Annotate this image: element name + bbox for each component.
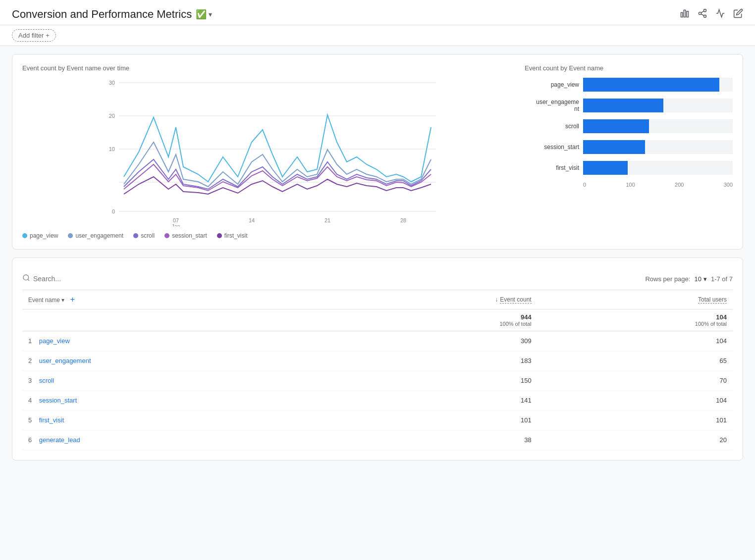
table-row: 5 first_visit 101 101 <box>22 410 733 430</box>
cell-row-num: 2 user_engagement <box>22 351 342 371</box>
check-circle-icon: ✅ <box>196 9 207 20</box>
row-number: 3 <box>28 377 32 384</box>
legend-label-first-visit: first_visit <box>224 232 248 239</box>
event-name-link[interactable]: scroll <box>39 377 54 384</box>
bar-row-first-visit: first_visit <box>530 161 733 175</box>
cell-event-count: 183 <box>342 351 537 371</box>
bar-chart-icon[interactable] <box>680 8 690 21</box>
table-toolbar: Rows per page: 10 ▾ 1-7 of 7 <box>22 268 733 290</box>
bar-track-scroll <box>583 119 733 133</box>
legend-item-page-view: page_view <box>22 232 58 239</box>
search-input[interactable] <box>33 275 641 283</box>
table-row: 1 page_view 309 104 <box>22 331 733 351</box>
table-row: 3 scroll 150 70 <box>22 371 733 391</box>
legend-label-page-view: page_view <box>30 232 58 239</box>
bar-fill-user-engagement <box>583 99 663 112</box>
sort-down-icon: ↓ <box>495 296 498 303</box>
cell-row-num: 4 session_start <box>22 391 342 410</box>
svg-line-23 <box>28 279 29 281</box>
insights-icon[interactable] <box>715 8 725 21</box>
cell-event-count: 101 <box>342 410 537 430</box>
data-table: Event name ▾ + ↓ Event count Total users <box>22 290 733 450</box>
search-box <box>22 274 641 284</box>
table-body: 1 page_view 309 104 2 user_engagement 18… <box>22 331 733 450</box>
bar-label-page-view: page_view <box>530 81 579 88</box>
svg-text:10: 10 <box>109 146 115 152</box>
svg-text:0: 0 <box>112 208 115 214</box>
event-name-link[interactable]: generate_lead <box>39 436 80 444</box>
svg-text:20: 20 <box>109 113 115 119</box>
cell-row-num: 3 scroll <box>22 371 342 391</box>
bar-row-scroll: scroll <box>530 119 733 133</box>
filter-bar: Add filter + <box>0 25 755 46</box>
bar-track-session-start <box>583 140 733 154</box>
bar-fill-first-visit <box>583 161 628 175</box>
rows-per-page-value: 10 <box>694 275 701 283</box>
totals-total-users: 104 100% of total <box>538 309 733 331</box>
svg-point-3 <box>704 9 706 11</box>
edit-icon[interactable] <box>733 8 743 21</box>
event-name-link[interactable]: user_engagement <box>39 357 91 364</box>
col-header-total-users-inner: Total users <box>543 296 727 304</box>
add-filter-label: Add filter <box>18 32 44 39</box>
add-filter-plus-icon: + <box>46 32 50 39</box>
svg-point-5 <box>704 15 706 17</box>
axis-300: 300 <box>724 182 733 188</box>
cell-total-users: 65 <box>538 351 733 371</box>
table-row: 4 session_start 141 104 <box>22 391 733 410</box>
table-header-row: Event name ▾ + ↓ Event count Total users <box>22 290 733 309</box>
add-filter-button[interactable]: Add filter + <box>12 29 56 42</box>
legend-dot-first-visit <box>217 233 222 238</box>
totals-event-count-sub: 100% of total <box>348 321 531 327</box>
col-header-event-name-dropdown[interactable]: ▾ <box>61 297 64 304</box>
rows-per-page-select[interactable]: 10 ▾ <box>694 275 706 283</box>
event-name-link[interactable]: session_start <box>39 397 77 404</box>
svg-rect-0 <box>681 12 683 17</box>
legend-dot-session-start <box>164 233 169 238</box>
header: Conversion and Performance Metrics ✅ ▾ <box>0 0 755 25</box>
cell-total-users: 104 <box>538 331 733 351</box>
svg-text:14: 14 <box>249 217 255 223</box>
svg-text:28: 28 <box>400 217 406 223</box>
search-icon <box>22 274 30 284</box>
title-badge: ✅ ▾ <box>196 9 212 20</box>
event-name-link[interactable]: page_view <box>39 337 70 345</box>
table-card: Rows per page: 10 ▾ 1-7 of 7 Event name … <box>12 257 743 460</box>
legend-item-first-visit: first_visit <box>217 232 248 239</box>
event-name-link[interactable]: first_visit <box>39 416 64 424</box>
cell-row-num: 1 page_view <box>22 331 342 351</box>
totals-row: 944 100% of total 104 100% of total <box>22 309 733 331</box>
cell-total-users: 101 <box>538 410 733 430</box>
totals-event-count: 944 100% of total <box>342 309 537 331</box>
svg-text:21: 21 <box>324 217 330 223</box>
bar-fill-session-start <box>583 140 645 154</box>
share-icon[interactable] <box>698 8 707 21</box>
bar-track-page-view <box>583 78 733 92</box>
header-icons <box>680 8 743 21</box>
cell-row-num: 6 generate_lead <box>22 430 342 450</box>
bar-label-scroll: scroll <box>530 123 579 130</box>
pagination-info: 1-7 of 7 <box>711 275 733 283</box>
cell-event-count: 141 <box>342 391 537 410</box>
cell-total-users: 20 <box>538 430 733 450</box>
axis-200: 200 <box>675 182 684 188</box>
legend-label-user-engagement: user_engagement <box>75 232 123 239</box>
legend-dot-page-view <box>22 233 27 238</box>
row-number: 2 <box>28 357 32 364</box>
svg-rect-2 <box>687 11 688 17</box>
col-header-event-name: Event name ▾ + <box>22 290 342 309</box>
title-dropdown-arrow[interactable]: ▾ <box>209 10 212 18</box>
add-column-button[interactable]: + <box>70 295 75 304</box>
col-header-event-count-inner: ↓ Event count <box>348 296 531 304</box>
rows-per-page-label: Rows per page: <box>645 275 690 283</box>
svg-text:Jan: Jan <box>171 223 180 226</box>
table-controls: Rows per page: 10 ▾ 1-7 of 7 <box>645 275 733 283</box>
line-chart-svg: 30 20 10 0 07 Jan 14 21 28 <box>22 78 513 226</box>
col-header-total-users: Total users <box>538 290 733 309</box>
svg-text:07: 07 <box>173 217 179 223</box>
bar-label-first-visit: first_visit <box>530 164 579 171</box>
svg-text:30: 30 <box>109 80 115 86</box>
main-content: Event count by Event name over time 30 2… <box>0 46 755 476</box>
bar-chart-title: Event count by Event name <box>525 64 733 72</box>
legend-dot-scroll <box>133 233 138 238</box>
